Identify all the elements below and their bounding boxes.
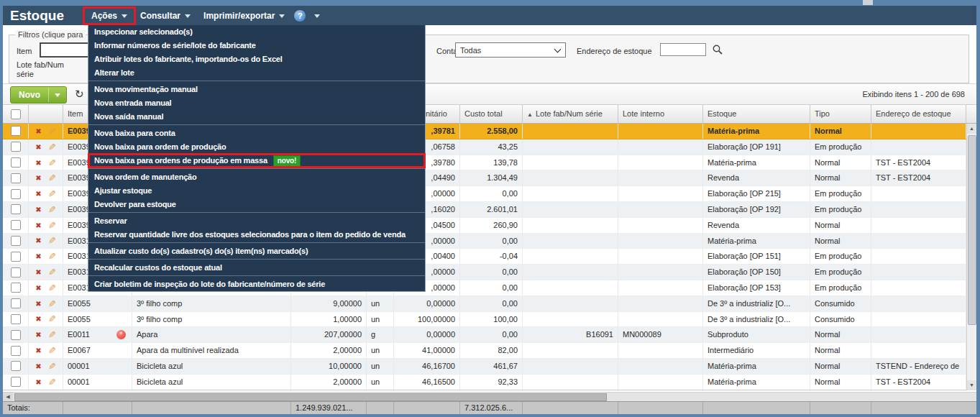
- row-checkbox[interactable]: [11, 330, 21, 340]
- table-row[interactable]: ✖ ✎ 00001 Bicicleta azul 10,00000 un 46,…: [3, 359, 966, 375]
- scroll-down-icon[interactable]: ▼: [967, 380, 976, 390]
- refresh-icon[interactable]: ↻: [75, 88, 84, 101]
- row-checkbox[interactable]: [11, 346, 21, 356]
- delete-icon[interactable]: ✖: [35, 265, 41, 280]
- menu-acoes[interactable]: Ações: [85, 9, 134, 23]
- conta-select[interactable]: Todas: [455, 42, 566, 58]
- header-cell-endereco[interactable]: Endereço de estoque: [871, 105, 966, 123]
- row-checkbox[interactable]: [11, 220, 21, 230]
- delete-icon[interactable]: ✖: [35, 155, 41, 170]
- edit-icon[interactable]: ✎: [48, 170, 56, 185]
- menu-item[interactable]: Nova baixa para ordens de produção em ma…: [88, 154, 425, 168]
- menu-item[interactable]: Devolver para estoque: [88, 198, 425, 211]
- menu-item[interactable]: Nova ordem de manutenção: [88, 170, 425, 184]
- select-all-checkbox[interactable]: [11, 109, 21, 119]
- delete-icon[interactable]: ✖: [35, 186, 41, 201]
- edit-icon[interactable]: ✎: [48, 218, 56, 233]
- row-checkbox[interactable]: [11, 298, 21, 308]
- delete-icon[interactable]: ✖: [35, 249, 41, 264]
- row-checkbox[interactable]: [11, 252, 21, 262]
- row-checkbox[interactable]: [11, 157, 21, 168]
- vertical-scrollbar[interactable]: ▲ ▼: [966, 124, 976, 390]
- edit-icon[interactable]: ✎: [48, 234, 56, 249]
- menu-item[interactable]: Reservar quantidade livre dos estoques s…: [88, 228, 425, 242]
- header-cell-lote-fab[interactable]: ▲Lote fab/Num série: [523, 105, 618, 123]
- horizontal-scrollbar-thumb[interactable]: [14, 393, 607, 401]
- delete-icon[interactable]: ✖: [35, 327, 41, 342]
- delete-icon[interactable]: ✖: [35, 202, 41, 217]
- menu-item[interactable]: Nova baixa para ordem de produção: [88, 140, 425, 154]
- edit-icon[interactable]: ✎: [48, 155, 56, 170]
- search-icon[interactable]: [712, 44, 723, 55]
- menu-item[interactable]: Atualizar custo do(s) cadastro(s) do(s) …: [88, 244, 425, 258]
- delete-icon[interactable]: ✖: [35, 359, 41, 374]
- edit-icon[interactable]: ✎: [48, 280, 56, 295]
- edit-icon[interactable]: ✎: [48, 265, 56, 280]
- delete-icon[interactable]: ✖: [35, 375, 41, 390]
- scroll-up-icon[interactable]: ▲: [967, 124, 976, 134]
- menu-item[interactable]: Reservar: [88, 214, 425, 228]
- table-row[interactable]: ✖ ✎ E0055 3º filho comp 1,00000 un 100,0…: [3, 312, 966, 328]
- menu-consultar[interactable]: Consultar: [134, 9, 197, 23]
- header-cell-estoque[interactable]: Estoque: [703, 105, 810, 123]
- row-checkbox[interactable]: [11, 314, 21, 324]
- row-checkbox[interactable]: [11, 267, 21, 278]
- delete-icon[interactable]: ✖: [35, 343, 41, 358]
- menu-item[interactable]: Nova entrada manual: [88, 96, 425, 110]
- row-checkbox[interactable]: [11, 126, 21, 136]
- endereco-filter-input[interactable]: [660, 43, 706, 56]
- table-row[interactable]: ✖ ✎ E0055 3º filho comp 9,00000 un 0,000…: [3, 296, 966, 312]
- row-checkbox[interactable]: [11, 173, 21, 183]
- menu-imprimir-exportar[interactable]: Imprimir/exportar: [197, 9, 291, 23]
- delete-icon[interactable]: ✖: [35, 296, 41, 311]
- row-checkbox[interactable]: [11, 361, 21, 371]
- delete-icon[interactable]: ✖: [35, 170, 41, 185]
- edit-icon[interactable]: ✎: [48, 343, 56, 358]
- horizontal-scrollbar[interactable]: ◀: [3, 392, 976, 401]
- row-checkbox[interactable]: [11, 236, 21, 246]
- scroll-left-icon[interactable]: ◀: [3, 393, 13, 401]
- edit-icon[interactable]: ✎: [48, 375, 56, 390]
- menu-item[interactable]: Recalcular custos do estoque atual: [88, 261, 425, 275]
- help-icon[interactable]: ?: [294, 10, 306, 22]
- row-checkbox[interactable]: [11, 189, 21, 199]
- edit-icon[interactable]: ✎: [48, 186, 56, 201]
- delete-icon[interactable]: ✖: [35, 139, 41, 155]
- edit-icon[interactable]: ✎: [48, 312, 56, 327]
- edit-icon[interactable]: ✎: [48, 296, 56, 311]
- table-row[interactable]: ✖ ✎ 00001 Bicicleta azul 2,00000 un 46,1…: [3, 375, 966, 390]
- vertical-scrollbar-thumb[interactable]: [968, 135, 976, 325]
- row-checkbox[interactable]: [11, 377, 21, 387]
- menu-item[interactable]: Alterar lote: [88, 66, 425, 80]
- chevron-down-icon[interactable]: [49, 93, 66, 97]
- header-cell-custo-total[interactable]: Custo total: [460, 105, 523, 123]
- header-cell-lote-interno[interactable]: Lote interno: [618, 105, 703, 123]
- menu-item[interactable]: Nova saída manual: [88, 110, 425, 124]
- menu-item[interactable]: Informar números de série/lote do fabric…: [88, 39, 425, 52]
- delete-icon[interactable]: ✖: [35, 280, 41, 295]
- delete-icon[interactable]: ✖: [35, 124, 41, 139]
- delete-icon[interactable]: ✖: [35, 312, 41, 327]
- edit-icon[interactable]: ✎: [48, 139, 56, 155]
- menu-item[interactable]: Ajustar estoque: [88, 184, 425, 198]
- edit-icon[interactable]: ✎: [48, 124, 56, 139]
- row-checkbox[interactable]: [11, 142, 21, 152]
- delete-icon[interactable]: ✖: [35, 234, 41, 249]
- row-checkbox[interactable]: [11, 204, 21, 214]
- menu-item[interactable]: Atribuir lotes do fabricante, importando…: [88, 52, 425, 66]
- chevron-down-icon[interactable]: [314, 14, 320, 18]
- edit-icon[interactable]: ✎: [48, 202, 56, 217]
- delete-icon[interactable]: ✖: [35, 218, 41, 233]
- menu-item[interactable]: Nova movimentação manual: [88, 83, 425, 96]
- edit-icon[interactable]: ✎: [48, 327, 56, 342]
- header-cell-tipo[interactable]: Tipo: [810, 105, 871, 123]
- filters-legend[interactable]: Filtros (clique para: [15, 30, 86, 39]
- edit-icon[interactable]: ✎: [48, 249, 56, 264]
- table-row[interactable]: ✖ ✎ E0067 Apara da multinível realizada …: [3, 343, 966, 359]
- menu-item[interactable]: Nova baixa para conta: [88, 127, 425, 140]
- edit-icon[interactable]: ✎: [48, 359, 56, 374]
- menu-item[interactable]: Inspecionar selecionado(s): [88, 25, 425, 39]
- menu-item[interactable]: Criar boletim de inspeção do lote do fab…: [88, 278, 425, 291]
- row-checkbox[interactable]: [11, 283, 21, 293]
- novo-button[interactable]: Novo: [10, 86, 67, 104]
